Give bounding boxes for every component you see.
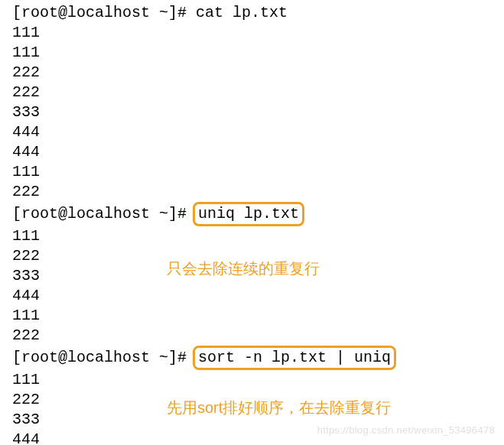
- prompt-line-2: [root@localhost ~]# uniq lp.txt: [12, 202, 504, 226]
- output-line: 333: [12, 102, 504, 122]
- shell-prompt: [root@localhost ~]#: [12, 349, 196, 366]
- command-uniq: uniq lp.txt: [198, 205, 299, 222]
- annotation-sort: 先用sort排好顺序，在去除重复行: [167, 398, 391, 417]
- output-line: 222: [12, 83, 504, 102]
- output-line: 444: [12, 122, 504, 142]
- output-line: 444: [12, 142, 504, 162]
- output-line: 111: [12, 370, 504, 390]
- output-line: 222: [12, 326, 504, 346]
- annotation-uniq: 只会去除连续的重复行: [167, 258, 320, 278]
- output-line: 222: [12, 63, 504, 83]
- watermark-text: https://blog.csdn.net/weixin_53496478: [317, 421, 495, 440]
- shell-prompt: [root@localhost ~]#: [12, 205, 196, 222]
- prompt-line-1: [root@localhost ~]# cat lp.txt: [12, 3, 504, 23]
- output-line: 222: [12, 182, 504, 202]
- prompt-line-3: [root@localhost ~]# sort -n lp.txt | uni…: [12, 346, 504, 370]
- command-uniq-highlight: uniq lp.txt: [193, 202, 304, 226]
- shell-prompt: [root@localhost ~]#: [12, 4, 196, 21]
- output-line: 111: [12, 23, 504, 43]
- output-line: 111: [12, 226, 504, 246]
- command-cat: cat lp.txt: [196, 4, 288, 21]
- output-line: 444: [12, 286, 504, 306]
- output-line: 111: [12, 306, 504, 326]
- command-sort-uniq-highlight: sort -n lp.txt | uniq: [193, 346, 396, 370]
- output-line: 111: [12, 162, 504, 182]
- command-sort-uniq: sort -n lp.txt | uniq: [198, 349, 391, 366]
- output-line: 111: [12, 43, 504, 63]
